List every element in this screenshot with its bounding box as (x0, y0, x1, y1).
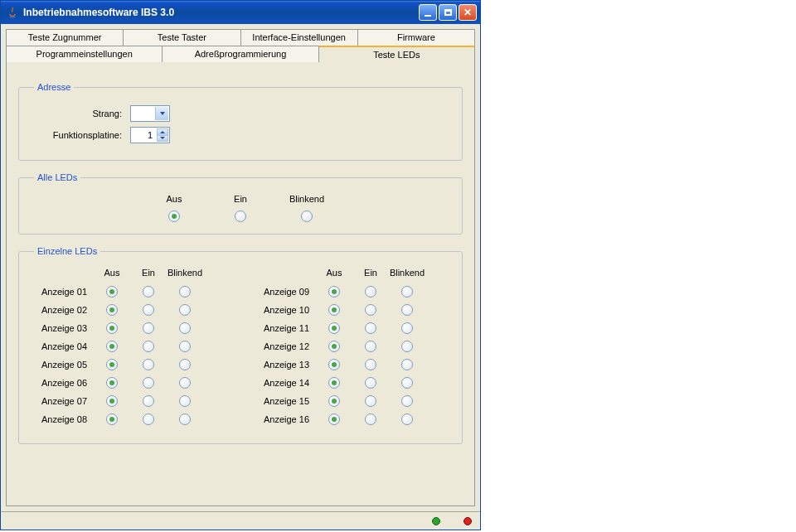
led-row: Anzeige 06 (31, 377, 228, 389)
led-radio-ein[interactable] (143, 341, 154, 352)
led-radio-ein[interactable] (365, 304, 376, 316)
einzelne-header-ein: Ein (352, 268, 389, 278)
led-radio-aus[interactable] (106, 286, 118, 297)
led-radio-aus[interactable] (106, 341, 118, 352)
einzelne-header-ein: Ein (130, 268, 167, 278)
led-radio-ein[interactable] (143, 286, 154, 297)
led-row: Anzeige 16 (253, 414, 450, 425)
led-radio-aus[interactable] (328, 304, 340, 316)
led-label: Anzeige 13 (253, 360, 316, 370)
led-radio-aus[interactable] (328, 395, 340, 407)
led-radio-ein[interactable] (365, 414, 376, 425)
led-radio-blinkend[interactable] (401, 304, 413, 316)
led-row: Anzeige 04 (31, 341, 228, 352)
led-radio-blinkend[interactable] (401, 286, 413, 297)
led-radio-ein[interactable] (143, 377, 154, 389)
einzelne-header-aus: Aus (316, 268, 352, 278)
close-button[interactable]: ✕ (459, 4, 477, 21)
alle-leds-header-ein: Ein (234, 194, 247, 204)
led-radio-blinkend[interactable] (179, 322, 191, 334)
led-radio-aus[interactable] (106, 414, 118, 425)
led-radio-blinkend[interactable] (401, 395, 413, 407)
status-dot-green (432, 517, 440, 525)
led-radio-blinkend[interactable] (179, 304, 191, 316)
tab-adre-programmierung[interactable]: Adreßprogrammierung (162, 46, 318, 62)
minimize-button[interactable] (419, 4, 437, 21)
led-radio-blinkend[interactable] (179, 377, 191, 389)
led-radio-aus[interactable] (328, 377, 340, 389)
led-radio-ein[interactable] (143, 359, 154, 370)
tab-teste-zugnummer[interactable]: Teste Zugnummer (6, 29, 124, 46)
status-dot-red (464, 517, 472, 525)
led-label: Anzeige 04 (31, 341, 94, 351)
led-row: Anzeige 09 (253, 286, 450, 297)
tab-teste-taster[interactable]: Teste Taster (123, 29, 240, 46)
led-radio-ein[interactable] (365, 341, 376, 352)
led-radio-ein[interactable] (143, 304, 154, 316)
led-label: Anzeige 08 (31, 414, 94, 424)
led-radio-aus[interactable] (328, 286, 340, 297)
led-radio-ein[interactable] (365, 359, 376, 370)
led-radio-ein[interactable] (365, 322, 376, 334)
led-label: Anzeige 05 (31, 360, 94, 370)
led-radio-blinkend[interactable] (179, 286, 191, 297)
led-radio-aus[interactable] (328, 359, 340, 370)
led-radio-blinkend[interactable] (401, 322, 413, 334)
java-icon (6, 6, 19, 19)
led-label: Anzeige 11 (253, 323, 316, 333)
led-radio-blinkend[interactable] (179, 414, 191, 425)
group-adresse: Adresse Strang: Funktionsplatine: 1 (18, 82, 463, 161)
led-radio-blinkend[interactable] (401, 359, 413, 370)
strang-combo[interactable] (130, 105, 170, 122)
led-radio-aus[interactable] (106, 304, 118, 316)
group-alle-title: Alle LEDs (34, 172, 80, 182)
led-radio-aus[interactable] (328, 322, 340, 334)
strang-label: Strang: (31, 109, 122, 118)
led-row: Anzeige 07 (31, 395, 228, 407)
alle-leds-header-aus: Aus (167, 194, 182, 204)
led-row: Anzeige 11 (253, 322, 450, 334)
led-radio-aus[interactable] (106, 322, 118, 334)
led-row: Anzeige 13 (253, 359, 450, 370)
client-area: Teste ZugnummerTeste TasterInterface-Ein… (1, 24, 480, 511)
titlebar: Inbetriebnahmesoftware IBS 3.0 ✕ (1, 1, 480, 24)
led-label: Anzeige 07 (31, 396, 94, 406)
tab-teste-leds[interactable]: Teste LEDs (318, 46, 475, 62)
led-radio-blinkend[interactable] (179, 341, 191, 352)
led-radio-ein[interactable] (143, 414, 154, 425)
tab-programmeinstellungen[interactable]: Programmeinstellungen (6, 46, 163, 62)
led-radio-aus[interactable] (106, 395, 118, 407)
led-radio-blinkend[interactable] (401, 377, 413, 389)
alle-leds-radio-ein[interactable] (235, 210, 246, 222)
funktionsplatine-label: Funktionsplatine: (31, 130, 122, 140)
tab-interface-einstellungen[interactable]: Interface-Einstellungen (240, 29, 358, 46)
led-radio-blinkend[interactable] (401, 341, 413, 352)
funktionsplatine-spinner[interactable]: 1 (130, 127, 170, 143)
group-einzelne-leds: Einzelne LEDs AusEinBlinkendAnzeige 01An… (18, 246, 463, 444)
led-radio-blinkend[interactable] (179, 395, 191, 407)
led-radio-ein[interactable] (365, 377, 376, 389)
led-radio-ein[interactable] (143, 395, 154, 407)
tab-firmware[interactable]: Firmware (357, 29, 475, 46)
led-label: Anzeige 14 (253, 378, 316, 388)
alle-leds-radio-blinkend[interactable] (301, 210, 313, 222)
led-label: Anzeige 16 (253, 414, 316, 424)
alle-leds-radio-aus[interactable] (168, 210, 180, 222)
led-radio-blinkend[interactable] (401, 414, 413, 425)
maximize-button[interactable] (439, 4, 457, 21)
led-radio-blinkend[interactable] (179, 359, 191, 370)
led-radio-ein[interactable] (365, 286, 376, 297)
led-radio-aus[interactable] (328, 341, 340, 352)
led-label: Anzeige 02 (31, 305, 94, 315)
led-label: Anzeige 10 (253, 305, 316, 315)
chevron-down-icon (155, 107, 168, 120)
spinner-down-button[interactable] (157, 135, 168, 143)
led-radio-aus[interactable] (106, 377, 118, 389)
led-row: Anzeige 10 (253, 304, 450, 316)
led-row: Anzeige 14 (253, 377, 450, 389)
einzelne-header-blinkend: Blinkend (389, 268, 425, 278)
led-radio-ein[interactable] (365, 395, 376, 407)
led-radio-aus[interactable] (328, 414, 340, 425)
led-radio-ein[interactable] (143, 322, 154, 334)
led-radio-aus[interactable] (106, 359, 118, 370)
